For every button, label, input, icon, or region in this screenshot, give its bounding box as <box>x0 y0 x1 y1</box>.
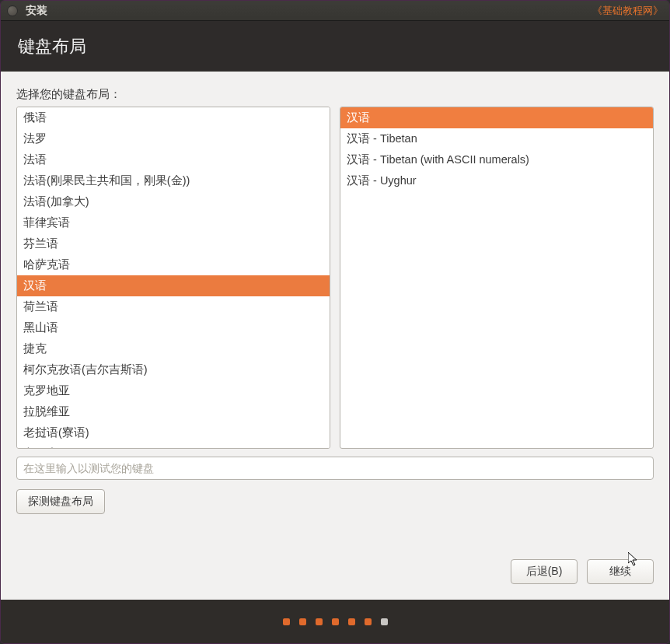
progress-dots <box>1 600 669 643</box>
layout-item[interactable]: 芬兰语 <box>17 233 330 254</box>
installer-window: 安装 《基础教程网》 键盘布局 选择您的键盘布局： 俄语法罗法语法语(刚果民主共… <box>0 0 670 644</box>
layouts-listbox[interactable]: 俄语法罗法语法语(刚果民主共和国，刚果(金))法语(加拿大)菲律宾语芬兰语哈萨克… <box>16 107 330 449</box>
progress-dot <box>348 618 355 625</box>
layout-item[interactable]: 拉脱维亚 <box>17 401 330 422</box>
detect-row: 探测键盘布局 <box>16 489 654 514</box>
layout-item[interactable]: 法语 <box>17 149 330 170</box>
progress-dot <box>332 618 339 625</box>
variants-listbox[interactable]: 汉语汉语 - Tibetan汉语 - Tibetan (with ASCII n… <box>340 107 654 449</box>
layout-item[interactable]: 柯尔克孜语(吉尔吉斯语) <box>17 359 330 380</box>
titlebar: 安装 《基础教程网》 <box>1 1 669 21</box>
nav-buttons: 后退(B) 继续 <box>16 536 654 584</box>
detect-layout-button[interactable]: 探测键盘布局 <box>16 489 105 514</box>
layout-item[interactable]: 立陶宛语 <box>17 443 330 449</box>
window-title: 安装 <box>26 4 47 18</box>
progress-dot <box>316 618 323 625</box>
prompt-label: 选择您的键盘布局： <box>16 87 654 102</box>
layout-item[interactable]: 法语(刚果民主共和国，刚果(金)) <box>17 170 330 191</box>
progress-dot <box>299 618 306 625</box>
layout-item[interactable]: 菲律宾语 <box>17 212 330 233</box>
progress-dot <box>283 618 290 625</box>
progress-dot <box>365 618 372 625</box>
back-button[interactable]: 后退(B) <box>511 559 578 584</box>
layout-item[interactable]: 老挝语(寮语) <box>17 422 330 443</box>
watermark-text: 《基础教程网》 <box>592 4 663 18</box>
layout-item[interactable]: 黑山语 <box>17 317 330 338</box>
layout-item[interactable]: 哈萨克语 <box>17 254 330 275</box>
continue-button[interactable]: 继续 <box>587 559 654 584</box>
variant-item[interactable]: 汉语 <box>340 107 653 128</box>
layout-item[interactable]: 克罗地亚 <box>17 380 330 401</box>
layout-item[interactable]: 法语(加拿大) <box>17 191 330 212</box>
layout-lists: 俄语法罗法语法语(刚果民主共和国，刚果(金))法语(加拿大)菲律宾语芬兰语哈萨克… <box>16 107 654 449</box>
layout-item[interactable]: 俄语 <box>17 107 330 128</box>
close-icon[interactable] <box>7 5 18 16</box>
layout-item[interactable]: 法罗 <box>17 128 330 149</box>
page-title: 键盘布局 <box>1 21 669 63</box>
keyboard-test-input[interactable] <box>16 457 654 480</box>
variant-item[interactable]: 汉语 - Uyghur <box>340 170 653 191</box>
content-area: 选择您的键盘布局： 俄语法罗法语法语(刚果民主共和国，刚果(金))法语(加拿大)… <box>1 72 669 600</box>
layout-item[interactable]: 荷兰语 <box>17 296 330 317</box>
variant-item[interactable]: 汉语 - Tibetan <box>340 128 653 149</box>
layout-item[interactable]: 捷克 <box>17 338 330 359</box>
layout-item[interactable]: 汉语 <box>17 275 330 296</box>
variant-item[interactable]: 汉语 - Tibetan (with ASCII numerals) <box>340 149 653 170</box>
progress-dot <box>381 618 388 625</box>
